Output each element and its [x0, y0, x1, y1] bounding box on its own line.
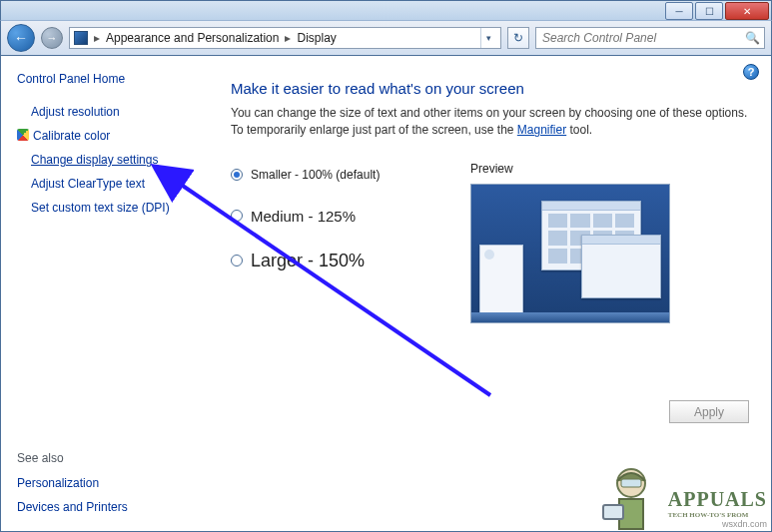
toolbar: ← → ▸ Appearance and Personalization ▸ D…	[0, 20, 772, 56]
see-also-devices-printers[interactable]: Devices and Printers	[17, 500, 199, 514]
help-icon: ?	[748, 66, 755, 78]
refresh-button[interactable]: ↻	[507, 27, 529, 49]
sidebar-link-calibrate-color[interactable]: Calibrate color	[17, 129, 199, 143]
radio-label: Medium - 125%	[251, 208, 356, 225]
radio-label: Larger - 150%	[251, 251, 365, 271]
sidebar-link-label: Calibrate color	[33, 129, 110, 143]
size-options: Smaller - 100% (default) Medium - 125% L…	[231, 162, 751, 323]
magnifier-link[interactable]: Magnifier	[517, 123, 566, 137]
radio-label: Smaller - 100% (default)	[251, 168, 380, 182]
maximize-icon: ☐	[705, 6, 714, 17]
shield-icon	[17, 129, 29, 141]
search-box[interactable]: 🔍	[535, 27, 765, 49]
client-area: Control Panel Home Adjust resolution Cal…	[0, 56, 772, 532]
window-titlebar: ─ ☐ ✕	[0, 0, 772, 20]
minimize-button[interactable]: ─	[665, 2, 693, 20]
arrow-left-icon: ←	[14, 30, 28, 46]
apply-label: Apply	[694, 405, 724, 419]
address-bar[interactable]: ▸ Appearance and Personalization ▸ Displ…	[69, 27, 501, 49]
radio-icon	[231, 255, 243, 266]
nav-forward-button[interactable]: →	[41, 27, 63, 49]
control-panel-home-link[interactable]: Control Panel Home	[17, 72, 199, 86]
nav-back-button[interactable]: ←	[7, 24, 35, 52]
sidebar-link-custom-dpi[interactable]: Set custom text size (DPI)	[31, 201, 199, 215]
radio-icon	[231, 169, 243, 181]
close-button[interactable]: ✕	[725, 2, 769, 20]
page-description: You can change the size of text and othe…	[231, 105, 751, 140]
sidebar-link-adjust-cleartype[interactable]: Adjust ClearType text	[31, 177, 199, 191]
radio-larger[interactable]: Larger - 150%	[231, 251, 430, 271]
breadcrumb-display[interactable]: Display	[297, 31, 336, 45]
radio-smaller[interactable]: Smaller - 100% (default)	[231, 168, 430, 182]
control-panel-icon	[74, 31, 88, 45]
preview-label: Preview	[470, 162, 751, 176]
sidebar-link-change-display-settings[interactable]: Change display settings	[31, 153, 199, 167]
refresh-icon: ↻	[513, 31, 523, 45]
breadcrumb-appearance[interactable]: Appearance and Personalization	[106, 31, 279, 45]
desc-text-a: You can change the size of text and othe…	[231, 106, 747, 137]
sidebar-link-adjust-resolution[interactable]: Adjust resolution	[31, 105, 199, 119]
search-icon: 🔍	[745, 31, 760, 45]
arrow-right-icon: →	[47, 32, 58, 44]
radio-icon	[231, 210, 243, 222]
desc-text-b: tool.	[566, 123, 592, 137]
main-pane: ? Make it easier to read what's on your …	[211, 56, 771, 531]
see-also-heading: See also	[17, 451, 199, 471]
maximize-button[interactable]: ☐	[695, 2, 723, 20]
chevron-right-icon: ▸	[94, 31, 100, 45]
apply-button[interactable]: Apply	[669, 400, 749, 423]
sidebar: Control Panel Home Adjust resolution Cal…	[1, 56, 211, 531]
page-heading: Make it easier to read what's on your sc…	[231, 80, 751, 97]
help-button[interactable]: ?	[743, 64, 759, 80]
close-icon: ✕	[743, 6, 751, 17]
address-dropdown[interactable]: ▾	[480, 28, 496, 48]
search-input[interactable]	[540, 30, 745, 46]
radio-medium[interactable]: Medium - 125%	[231, 208, 430, 225]
see-also-personalization[interactable]: Personalization	[17, 476, 199, 490]
preview-image	[470, 184, 670, 323]
chevron-right-icon: ▸	[285, 31, 291, 45]
minimize-icon: ─	[675, 6, 682, 17]
